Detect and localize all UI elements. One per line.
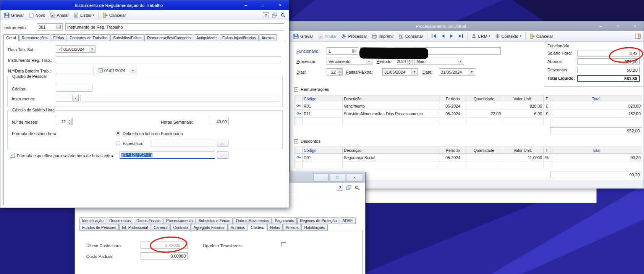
column-header[interactable]: Quantidade	[466, 147, 502, 154]
table-row[interactable]: D01Segurança Social05-202411,0000%90,20	[295, 154, 642, 161]
spin-up-icon[interactable]: ▴	[407, 58, 412, 62]
table-cell[interactable]: €	[544, 110, 550, 118]
tab-antiguidade[interactable]: Antiguidade	[194, 34, 219, 41]
data-tab-sal-field[interactable]: ✓ 01/01/2024 ▾	[56, 45, 95, 53]
tab-anexos[interactable]: Anexos	[259, 34, 277, 41]
table-cell[interactable]	[440, 161, 466, 169]
spin-up-icon[interactable]: ▴	[337, 69, 342, 73]
table-cell[interactable]: D01	[303, 154, 343, 161]
column-header[interactable]: Período	[440, 95, 466, 102]
boletim-date-field[interactable]: ✓ 01/01/2024 ▾	[97, 67, 136, 74]
column-header[interactable]: Descrição	[343, 95, 440, 102]
table-cell[interactable]	[550, 118, 642, 125]
search-icon[interactable]	[354, 185, 360, 190]
instrumento-code-field[interactable]: 001	[37, 23, 63, 31]
table-row[interactable]: R11Subsídio Alimentação - Dias Processam…	[295, 110, 642, 118]
column-header[interactable]: Total	[550, 95, 642, 102]
quadro-instrumento-select[interactable]: ▾	[56, 95, 79, 102]
table-cell[interactable]	[502, 118, 544, 125]
dropdown-caret-icon[interactable]: ▾	[366, 58, 372, 64]
column-header[interactable]: Valor Unit.	[502, 95, 544, 102]
ligado-timesheets-checkbox[interactable]	[281, 242, 286, 247]
instrumento-desc-field[interactable]: Instrumento de Reg. Trabalho	[65, 23, 284, 31]
spin-down-icon[interactable]: ▾	[337, 73, 342, 76]
table-cell[interactable]: R11	[303, 110, 343, 118]
column-header[interactable]: Código	[303, 95, 343, 102]
cancel-button[interactable]: Cancelar	[527, 32, 555, 40]
table-cell[interactable]: 05-2024	[440, 102, 466, 110]
horas-semanais-field[interactable]: 40,00	[210, 118, 229, 125]
table-cell[interactable]: 90,20	[550, 154, 642, 161]
tab-dados-fiscais[interactable]: Dados Fiscais	[134, 217, 163, 224]
minimize-button[interactable]: –	[313, 173, 328, 182]
tab-geral[interactable]: Geral	[3, 34, 19, 41]
help-icon[interactable]: ?	[337, 185, 343, 191]
close-button[interactable]: ×	[626, 21, 644, 31]
radio-definida-ficha[interactable]	[116, 131, 120, 135]
table-cell[interactable]: R01	[303, 102, 343, 110]
help-icon[interactable]: ?	[263, 12, 269, 18]
table-cell[interactable]: 22,00	[466, 110, 502, 118]
tab-remunera-es-categoria[interactable]: Remunerações/Categoria	[144, 34, 193, 41]
spin-up-icon[interactable]: ▴	[67, 119, 72, 122]
crm-menu-button[interactable]: CRM ▾	[469, 32, 493, 40]
cancel-button[interactable]: Cancelar	[100, 11, 128, 19]
table-cell[interactable]	[466, 161, 502, 169]
tab-carreira[interactable]: Carreira	[151, 224, 170, 231]
tab-documentos[interactable]: Documentos	[107, 217, 133, 224]
tab-faltas-injustificadas[interactable]: Faltas Injustificadas	[220, 34, 259, 41]
column-header[interactable]: Total	[550, 147, 642, 154]
tab-processamento[interactable]: Processamento	[163, 217, 195, 224]
processar-select[interactable]: Vencimento ▾	[327, 58, 372, 65]
funcionario-id-field[interactable]: 1	[327, 47, 358, 55]
dropdown-caret-icon[interactable]: ▾	[458, 58, 463, 64]
close-button[interactable]: ×	[347, 173, 362, 182]
tab-remunera-es[interactable]: Remunerações	[19, 34, 50, 41]
consult-button[interactable]: Consultar	[396, 32, 426, 40]
boletim-num-field[interactable]	[56, 67, 94, 74]
codigo-field[interactable]	[56, 85, 92, 92]
tab-f-rias[interactable]: Férias	[51, 34, 67, 41]
titlebar-instrumento[interactable]: Instrumento de Regulamentação do Trabalh…	[0, 0, 289, 10]
descontos-section-header[interactable]: − Descontos	[294, 139, 320, 143]
table-cell[interactable]: 6,00	[502, 110, 544, 118]
column-header[interactable]: T	[544, 95, 550, 102]
tab-notas[interactable]: Notas	[267, 224, 283, 231]
data-select[interactable]: 31/05/2024 ▾	[439, 68, 475, 76]
tab-identifica-o[interactable]: Identificação	[79, 217, 106, 224]
column-header[interactable]: Quantidade	[466, 95, 502, 102]
table-cell[interactable]: %	[544, 154, 550, 161]
maximize-button[interactable]: □	[609, 21, 626, 31]
checkbox-checked-icon[interactable]: ✓	[99, 68, 103, 73]
table-cell[interactable]	[544, 118, 550, 125]
search-icon[interactable]	[280, 13, 286, 18]
dropdown-caret-icon[interactable]: ▾	[130, 68, 136, 73]
collapse-icon[interactable]: −	[294, 87, 298, 92]
radio-especifica[interactable]	[116, 141, 120, 145]
nav-next-button[interactable]	[447, 32, 456, 40]
table-cell[interactable]	[544, 161, 550, 169]
dropdown-caret-icon[interactable]: ▾	[89, 46, 95, 52]
table-cell[interactable]	[303, 118, 343, 125]
dropdown-caret-icon[interactable]: ▾	[469, 69, 474, 75]
close-button[interactable]: ×	[272, 0, 289, 10]
table-cell[interactable]	[303, 161, 343, 169]
process-button[interactable]: Processar	[339, 32, 369, 40]
tab-outros-movimentos[interactable]: Outros Movimentos	[233, 217, 272, 224]
table-row[interactable]	[295, 118, 642, 125]
browse-especifica-button[interactable]: ...	[217, 140, 228, 147]
dropdown-caret-icon[interactable]: ▾	[411, 69, 417, 75]
table-cell[interactable]	[343, 161, 440, 169]
tab-fundos-de-pens-es[interactable]: Fundos de Pensões	[79, 224, 119, 231]
tab-pagamento[interactable]: Pagamento	[272, 217, 297, 224]
nav-first-button[interactable]	[429, 32, 439, 40]
column-header[interactable]: Código	[303, 147, 343, 154]
lookup-icon[interactable]	[352, 49, 356, 53]
column-header[interactable]: Período	[440, 147, 466, 154]
maximize-button[interactable]: □	[254, 0, 272, 10]
remuneracoes-section-header[interactable]: − Remunerações	[294, 87, 329, 92]
table-cell[interactable]: Subsídio Alimentação - Dias Processament…	[343, 110, 440, 118]
tab-contrato[interactable]: Contrato	[170, 224, 190, 231]
table-cell[interactable]	[466, 118, 502, 125]
faltas-date-select[interactable]: 31/05/2024 ▾	[382, 68, 418, 76]
